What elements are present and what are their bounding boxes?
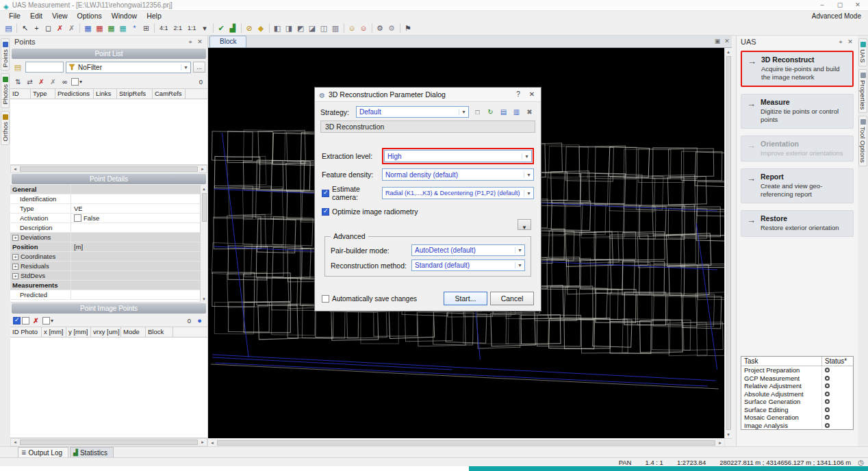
grid-toggle-icon[interactable]: ⊞ (140, 22, 152, 34)
optimize-radiometry-checkbox[interactable] (322, 208, 329, 216)
chart-icon[interactable]: ▟ (227, 22, 239, 34)
action-restore[interactable]: →RestoreRestore exterior orientation (741, 210, 854, 237)
pair-builder-select[interactable]: AutoDetect (default) (411, 244, 525, 256)
expander-button[interactable] (518, 219, 531, 230)
cancel-button[interactable]: Cancel (490, 292, 534, 305)
column-header-type[interactable]: Type (31, 89, 55, 99)
expand-icon[interactable]: + (12, 235, 18, 241)
scroll-right-icon[interactable] (199, 440, 207, 445)
table-green-icon[interactable]: ▦ (105, 22, 117, 34)
star-icon[interactable]: * (129, 22, 140, 34)
extraction-level-select[interactable]: High (384, 150, 532, 162)
scroll-down-icon[interactable] (203, 295, 205, 303)
select-all-dropdown[interactable] (71, 78, 82, 86)
close-icon[interactable] (849, 0, 867, 10)
detail-row-stddevs[interactable]: +StdDevs (10, 271, 200, 281)
pointer-icon[interactable]: ↖ (19, 22, 31, 34)
column-header-block[interactable]: Block (146, 327, 173, 337)
viewport-hscrollbar[interactable] (208, 438, 724, 446)
uas-panel-titlebar[interactable]: UAS (737, 36, 858, 48)
action-measure[interactable]: →MeasureDigitize tie points or control p… (741, 94, 854, 129)
column-header-predictions[interactable]: Predictions (55, 89, 94, 99)
menu-file[interactable]: File (4, 12, 25, 20)
reload-strategy-icon[interactable]: ↻ (485, 106, 496, 118)
photo-top-icon[interactable]: ◩ (295, 22, 307, 34)
detail-row-description[interactable]: Description (10, 223, 200, 233)
close-panel-icon[interactable] (845, 38, 855, 47)
saveas-strategy-icon[interactable]: ▥ (511, 106, 522, 118)
strategy-select[interactable]: Default (356, 106, 469, 118)
menu-help[interactable]: Help (142, 12, 166, 20)
photo-pair-icon[interactable]: ◫ (318, 22, 330, 34)
menu-view[interactable]: View (47, 12, 73, 20)
photo-grid-icon[interactable]: ▥ (330, 22, 342, 34)
scroll-thumb[interactable] (20, 440, 198, 445)
photo-left-icon[interactable]: ◧ (272, 22, 283, 34)
scroll-left-icon[interactable] (208, 440, 216, 446)
minimize-icon[interactable] (813, 0, 831, 10)
scroll-right-icon[interactable] (199, 166, 207, 172)
maximize-icon[interactable] (831, 0, 849, 10)
autosave-checkbox[interactable] (322, 295, 329, 303)
zoom-window-icon[interactable]: ◻ (42, 22, 54, 34)
table-teal-icon[interactable]: ▦ (117, 22, 129, 34)
detail-row-deviations[interactable]: +Deviations (10, 233, 200, 242)
delete-measurement-icon[interactable]: ✗ (31, 316, 41, 326)
detail-row-general[interactable]: General (10, 185, 200, 194)
column-header-y-mm-[interactable]: y [mm] (66, 327, 91, 337)
feature-density-select[interactable]: Normal density (default) (382, 168, 534, 181)
reconstruction-method-select[interactable]: Standard (default) (411, 259, 525, 271)
zoom-2-1-button[interactable]: 2:1 (171, 23, 186, 33)
photo-right-icon[interactable]: ◨ (283, 22, 295, 34)
dock-tab-photos[interactable]: Photos (1, 73, 10, 108)
menu-options[interactable]: Options (73, 12, 107, 20)
sort-icon[interactable]: ⇅ (13, 77, 23, 87)
camera-model-select[interactable]: Radial (K1,...,K3) & Decentering (P1,P2)… (382, 187, 534, 199)
estimate-camera-checkbox[interactable] (322, 190, 329, 197)
bottom-tab-statistics[interactable]: ▟Statistics (70, 447, 114, 457)
scroll-thumb[interactable] (202, 193, 207, 222)
snap-icon[interactable]: ✗ (66, 22, 77, 34)
find-icon[interactable]: ∞ (60, 77, 70, 87)
more-button[interactable]: ... (193, 62, 205, 73)
scroll-up-icon[interactable] (203, 185, 205, 192)
detail-row-position[interactable]: Position[m] (10, 242, 200, 252)
column-header-striprefs[interactable]: StripRefs (117, 89, 153, 99)
menu-window[interactable]: Window (107, 12, 142, 20)
zoom-1-1-button[interactable]: 1:1 (185, 23, 199, 33)
photo-bottom-icon[interactable]: ◪ (307, 22, 318, 34)
action-report[interactable]: →ReportCreate and view geo-referencing r… (741, 168, 854, 203)
detail-row-predicted[interactable]: Predicted (10, 290, 200, 300)
column-header-camrefs[interactable]: CamRefs (153, 89, 186, 99)
lock-icon[interactable]: ◆ (255, 22, 267, 34)
bottom-tab-output-log[interactable]: ≣Output Log (18, 447, 68, 457)
pan-icon[interactable]: + (31, 22, 42, 34)
flag-icon[interactable]: ⚑ (403, 22, 414, 34)
viewport-vscrollbar[interactable] (724, 48, 732, 438)
title-bar[interactable]: UAS Measurement - [E:\LWJ\11\rehongwai12… (0, 0, 868, 11)
detail-row-residuals[interactable]: +Residuals (10, 262, 200, 271)
scroll-right-icon[interactable] (716, 440, 724, 446)
scroll-thumb[interactable] (726, 56, 731, 430)
point-filter-select[interactable]: NoFilter (66, 62, 191, 73)
settings-icon[interactable]: ⚙ (374, 22, 386, 34)
new-strategy-icon[interactable]: □ (472, 106, 483, 118)
table-red-icon[interactable]: ▦ (94, 22, 105, 34)
dock-tab-points[interactable]: Points (1, 38, 10, 71)
detail-row-measurements[interactable]: Measurements (10, 281, 200, 290)
link-icon[interactable]: ⊘ (244, 22, 255, 34)
float-view-icon[interactable] (713, 37, 722, 46)
dock-tab-uas[interactable]: UAS (858, 38, 867, 66)
point-list-table[interactable] (10, 99, 207, 165)
image-points-hscrollbar[interactable] (10, 438, 207, 446)
pin-icon[interactable] (186, 38, 195, 47)
column-header-id-photo[interactable]: ID Photo (10, 327, 42, 337)
action-orientation[interactable]: →OrientationImprove exterior orientation… (741, 136, 854, 162)
scroll-thumb[interactable] (20, 166, 198, 172)
dialog-close-icon[interactable] (525, 89, 539, 100)
help-icon[interactable]: ? (511, 89, 525, 100)
pin-icon[interactable] (836, 38, 845, 47)
close-panel-icon[interactable] (195, 38, 205, 47)
dock-tab-orthos[interactable]: Orthos (1, 111, 10, 145)
image-points-checkbox[interactable] (42, 317, 50, 324)
